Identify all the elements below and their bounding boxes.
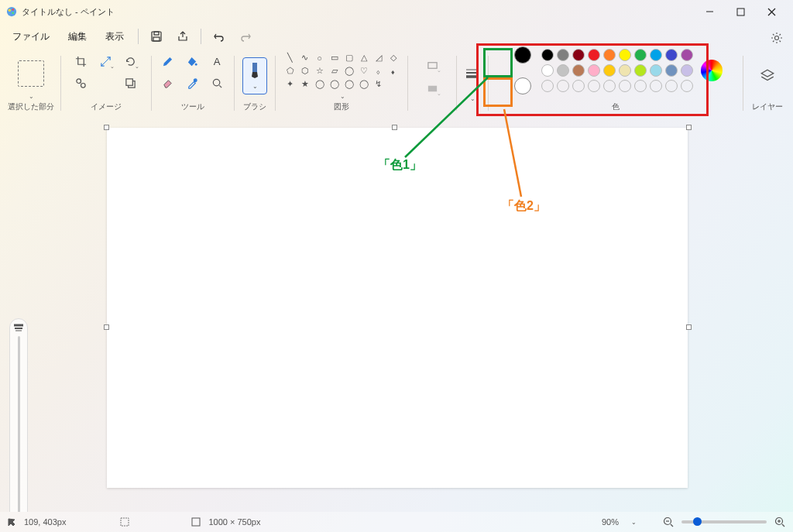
palette-swatch[interactable] [588, 49, 600, 61]
pencil-tool[interactable] [156, 51, 178, 71]
canvas-handle[interactable] [686, 324, 692, 330]
palette-swatch[interactable] [619, 80, 631, 92]
color-picker-tool[interactable] [181, 73, 203, 93]
svg-point-17 [194, 78, 197, 81]
color1-button[interactable] [509, 41, 537, 69]
eraser-tool[interactable] [156, 73, 178, 93]
palette-swatch[interactable] [681, 80, 693, 92]
canvas-size-icon [191, 517, 201, 527]
rotate-button[interactable]: ⌄ [119, 51, 141, 71]
save-button[interactable] [145, 25, 168, 48]
settings-button[interactable] [765, 26, 788, 50]
ribbon-group-shape-options: ⌄ ⌄ [410, 50, 455, 117]
divider [456, 56, 457, 111]
divider [743, 56, 743, 111]
palette-swatch[interactable] [572, 64, 585, 77]
edit-colors-button[interactable] [701, 60, 723, 81]
layers-button[interactable] [757, 66, 778, 86]
palette-swatch[interactable] [634, 80, 647, 92]
zoom-thumb[interactable] [693, 517, 702, 526]
selection-tool[interactable] [18, 60, 44, 87]
undo-button[interactable] [208, 25, 231, 48]
canvas-handle[interactable] [392, 125, 397, 130]
palette-swatch[interactable] [619, 49, 631, 61]
menu-file[interactable]: ファイル [5, 27, 57, 46]
palette-swatch[interactable] [681, 64, 693, 77]
zoom-dropdown[interactable]: ⌄ [627, 519, 641, 526]
canvas-handle[interactable] [686, 125, 692, 130]
ribbon-group-layers: レイヤー [745, 50, 790, 117]
svg-point-1 [9, 9, 12, 12]
selection-size-icon [120, 517, 129, 527]
minimize-button[interactable] [694, 1, 725, 22]
palette-swatch[interactable] [665, 64, 678, 77]
svg-point-2 [12, 9, 14, 11]
palette-swatch[interactable] [634, 49, 647, 61]
svg-rect-19 [252, 63, 257, 72]
ribbon: ⌄ 選択した部分 ⌄ ⌄ イメージ A ツール ⌄ [0, 50, 793, 117]
divider [138, 29, 139, 44]
palette-swatch[interactable] [557, 80, 569, 92]
color2-button[interactable] [509, 72, 537, 100]
svg-point-11 [775, 36, 779, 40]
share-button[interactable] [171, 25, 194, 48]
palette-swatch[interactable] [541, 49, 554, 61]
brush-tool[interactable]: ⌄ [242, 57, 267, 94]
shape-outline-button[interactable]: ⌄ [421, 55, 443, 75]
svg-rect-20 [427, 62, 436, 68]
maximize-button[interactable] [725, 1, 756, 22]
canvas-area [0, 117, 793, 512]
svg-rect-21 [427, 85, 436, 91]
divider [201, 29, 201, 44]
palette-swatch[interactable] [665, 49, 678, 61]
image-expand-button[interactable] [119, 73, 141, 93]
close-button[interactable] [756, 1, 787, 22]
palette-swatch[interactable] [603, 64, 616, 77]
palette-swatch[interactable] [619, 64, 631, 77]
fill-tool[interactable] [181, 51, 203, 71]
menu-edit[interactable]: 編集 [60, 27, 94, 46]
palette-swatch[interactable] [541, 80, 554, 92]
slider-track[interactable] [18, 336, 20, 512]
palette-swatch[interactable] [572, 49, 585, 61]
palette-swatch[interactable] [603, 80, 616, 92]
shape-fill-button[interactable]: ⌄ [421, 78, 443, 98]
cursor-position: 109, 403px [24, 517, 66, 527]
palette-swatch[interactable] [650, 80, 662, 92]
menu-view[interactable]: 表示 [98, 27, 132, 46]
shapes-gallery[interactable]: ╲∿○▭▢△◿◇ ⬠⬡☆▱◯♡⬨⬧ ✦★◯◯◯◯↯ [283, 52, 400, 91]
resize-button[interactable]: ⌄ [94, 51, 116, 71]
divider [234, 56, 235, 111]
zoom-out-button[interactable] [663, 517, 674, 527]
brush-size-icon [13, 324, 24, 331]
canvas[interactable] [107, 128, 688, 488]
zoom-in-button[interactable] [774, 517, 785, 527]
palette-swatch[interactable] [557, 49, 569, 61]
palette-swatch[interactable] [650, 49, 662, 61]
palette-swatch[interactable] [681, 49, 693, 61]
text-tool[interactable]: A [206, 51, 228, 71]
palette-swatch[interactable] [572, 80, 585, 92]
divider [275, 56, 276, 111]
magnifier-tool[interactable] [206, 73, 228, 93]
palette-swatch[interactable] [588, 80, 600, 92]
palette-swatch[interactable] [588, 64, 600, 77]
canvas-handle[interactable] [104, 125, 109, 130]
stroke-width-button[interactable] [462, 63, 483, 84]
brush-size-slider[interactable] [9, 318, 28, 512]
canvas-handle[interactable] [104, 324, 109, 330]
flip-button[interactable] [70, 73, 91, 93]
palette-swatch[interactable] [665, 80, 678, 92]
redo-button[interactable] [234, 25, 257, 48]
palette-swatch[interactable] [541, 64, 554, 77]
zoom-slider[interactable] [681, 520, 767, 523]
ribbon-label-color: 色 [612, 100, 620, 115]
palette-swatch[interactable] [557, 64, 569, 77]
palette-swatch[interactable] [634, 64, 647, 77]
ribbon-group-brush: ⌄ ブラシ [236, 50, 273, 117]
palette-swatch[interactable] [650, 64, 662, 77]
crop-button[interactable] [70, 51, 91, 71]
palette-swatch[interactable] [603, 49, 616, 61]
svg-rect-29 [192, 518, 200, 526]
divider [60, 56, 61, 111]
